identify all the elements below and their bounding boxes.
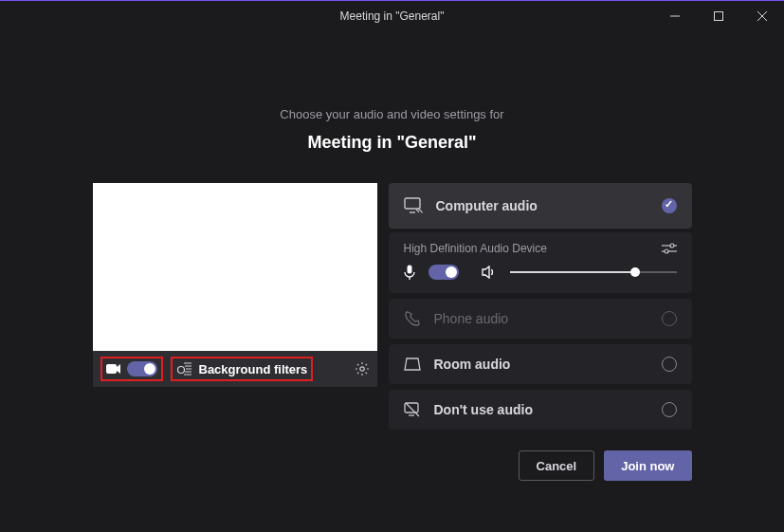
room-icon bbox=[404, 358, 421, 371]
computer-audio-option[interactable]: Computer audio bbox=[389, 183, 692, 229]
camera-toggle-highlight bbox=[100, 357, 163, 381]
camera-icon bbox=[106, 363, 121, 375]
svg-rect-1 bbox=[715, 12, 723, 21]
minimize-icon bbox=[670, 11, 680, 21]
video-preview bbox=[93, 183, 377, 351]
video-column: Background filters bbox=[93, 183, 377, 430]
maximize-icon bbox=[714, 11, 723, 21]
audio-column: Computer audio High Definition Audio Dev… bbox=[389, 183, 692, 430]
cancel-button[interactable]: Cancel bbox=[519, 450, 595, 481]
svg-rect-4 bbox=[106, 364, 117, 374]
svg-point-5 bbox=[177, 367, 184, 374]
footer-buttons: Cancel Join now bbox=[93, 450, 692, 481]
microphone-icon bbox=[404, 265, 415, 280]
close-button[interactable] bbox=[740, 1, 784, 31]
computer-audio-icon bbox=[404, 197, 423, 214]
video-controls-bar: Background filters bbox=[93, 351, 377, 387]
join-now-button[interactable]: Join now bbox=[604, 450, 691, 481]
no-audio-option[interactable]: Don't use audio bbox=[389, 390, 692, 430]
camera-toggle[interactable] bbox=[127, 361, 157, 376]
phone-audio-radio bbox=[662, 311, 677, 326]
titlebar: Meeting in "General" bbox=[0, 0, 784, 31]
computer-audio-label: Computer audio bbox=[436, 198, 648, 213]
audio-controls-row bbox=[404, 265, 677, 280]
room-audio-radio[interactable] bbox=[662, 357, 677, 372]
background-filters-icon bbox=[176, 362, 191, 376]
phone-audio-label: Phone audio bbox=[434, 311, 648, 326]
svg-rect-18 bbox=[407, 266, 411, 274]
background-filters-button[interactable]: Background filters bbox=[199, 362, 308, 376]
phone-audio-option: Phone audio bbox=[389, 299, 692, 339]
svg-point-15 bbox=[670, 244, 674, 248]
window-controls bbox=[653, 1, 784, 31]
main-content: Choose your audio and video settings for… bbox=[0, 31, 784, 481]
window-title: Meeting in "General" bbox=[340, 9, 445, 23]
close-icon bbox=[757, 11, 767, 21]
minimize-button[interactable] bbox=[653, 1, 697, 31]
no-audio-label: Don't use audio bbox=[434, 402, 648, 417]
svg-point-17 bbox=[665, 249, 668, 253]
svg-rect-12 bbox=[405, 198, 420, 209]
audio-details-panel: High Definition Audio Device bbox=[389, 232, 692, 293]
device-row: High Definition Audio Device bbox=[404, 242, 677, 255]
background-filters-highlight: Background filters bbox=[171, 357, 314, 381]
speaker-icon bbox=[482, 266, 497, 279]
room-audio-label: Room audio bbox=[434, 357, 648, 372]
mic-toggle[interactable] bbox=[428, 265, 459, 280]
no-audio-radio[interactable] bbox=[662, 402, 677, 417]
no-audio-icon bbox=[404, 402, 421, 417]
sliders-icon[interactable] bbox=[662, 242, 677, 255]
svg-line-22 bbox=[406, 403, 419, 416]
columns: Background filters Computer audio bbox=[93, 183, 692, 430]
audio-device-name: High Definition Audio Device bbox=[404, 242, 547, 255]
gear-icon[interactable] bbox=[355, 361, 370, 376]
volume-slider[interactable] bbox=[510, 266, 677, 279]
svg-point-11 bbox=[359, 367, 363, 371]
meeting-title: Meeting in "General" bbox=[307, 133, 476, 153]
room-audio-option[interactable]: Room audio bbox=[389, 344, 692, 384]
computer-audio-radio[interactable] bbox=[662, 198, 677, 213]
subheading: Choose your audio and video settings for bbox=[280, 107, 503, 121]
phone-icon bbox=[404, 310, 421, 327]
maximize-button[interactable] bbox=[697, 1, 740, 31]
